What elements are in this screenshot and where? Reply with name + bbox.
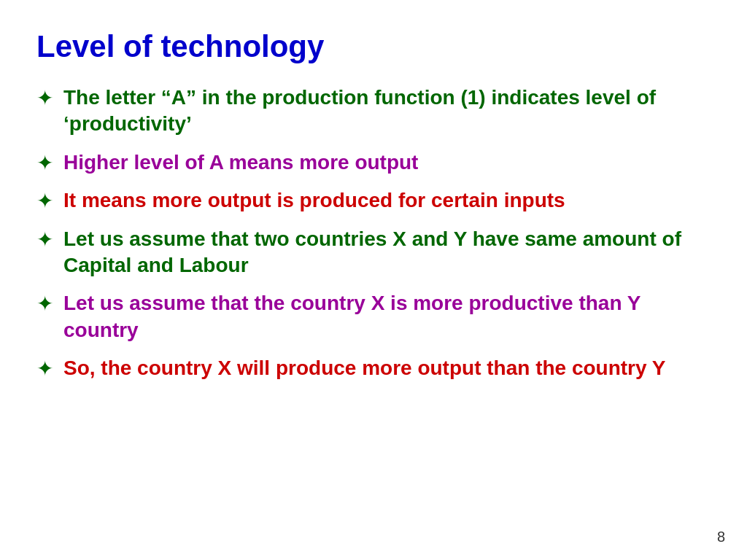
bullet-text-1: The letter “A” in the production functio… — [63, 85, 711, 138]
bullet-item-3: ✦ It means more output is produced for c… — [36, 187, 711, 214]
bullet-item-6: ✦ So, the country X will produce more ou… — [36, 355, 711, 381]
bullet-text-3: It means more output is produced for cer… — [63, 187, 565, 214]
diamond-icon-3: ✦ — [36, 189, 53, 214]
diamond-icon-6: ✦ — [36, 357, 53, 381]
slide-title: Level of technology — [36, 29, 711, 64]
bullet-item-4: ✦ Let us assume that two countries X and… — [36, 226, 711, 279]
slide: Level of technology ✦ The letter “A” in … — [0, 0, 747, 560]
bullet-text-6: So, the country X will produce more outp… — [63, 355, 666, 381]
diamond-icon-1: ✦ — [36, 86, 53, 111]
bullet-item-2: ✦ Higher level of A means more output — [36, 149, 711, 176]
bullet-list: ✦ The letter “A” in the production funct… — [36, 85, 711, 382]
diamond-icon-4: ✦ — [36, 228, 53, 252]
bullet-text-4: Let us assume that two countries X and Y… — [63, 226, 711, 279]
bullet-text-2: Higher level of A means more output — [63, 149, 418, 176]
diamond-icon-5: ✦ — [36, 292, 53, 316]
bullet-item-5: ✦ Let us assume that the country X is mo… — [36, 290, 711, 343]
bullet-item-1: ✦ The letter “A” in the production funct… — [36, 85, 711, 138]
bullet-text-5: Let us assume that the country X is more… — [63, 290, 711, 343]
page-number: 8 — [717, 529, 725, 545]
diamond-icon-2: ✦ — [36, 151, 53, 176]
